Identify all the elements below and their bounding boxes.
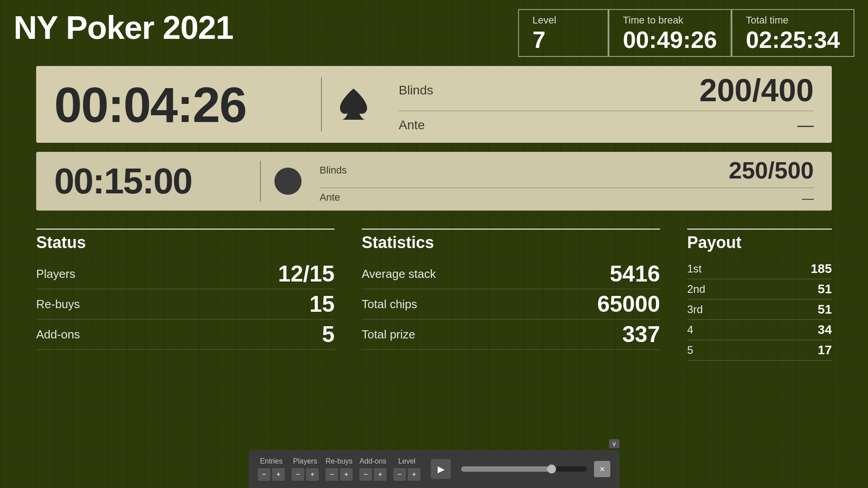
rebuys-buttons: − + xyxy=(326,468,353,481)
payout-row: 1st 185 xyxy=(687,259,832,279)
level-ctrl-label: Level xyxy=(398,457,415,465)
time-to-break-value: 00:49:26 xyxy=(623,28,717,52)
payout-row: 2nd 51 xyxy=(687,279,832,300)
total-time-box: Total time 02:25:34 xyxy=(731,9,854,57)
players-plus-btn[interactable]: + xyxy=(306,468,319,481)
rebuys-label: Re-buys xyxy=(36,297,80,311)
total-prize-value: 337 xyxy=(623,323,660,346)
next-ante-label: Ante xyxy=(320,192,340,206)
bottom-bar: v Entries − + Players − + Re-buys − + Ad… xyxy=(249,450,619,488)
current-timer: 00:04:26 xyxy=(54,76,307,133)
payout-place-value: 17 xyxy=(818,343,832,357)
addons-label: Add-ons xyxy=(36,328,80,342)
blinds-label: Blinds xyxy=(399,83,433,98)
total-chips-value: 65000 xyxy=(597,293,660,315)
next-ante-value: — xyxy=(802,192,814,206)
spade-icon xyxy=(335,86,372,122)
card-divider xyxy=(321,77,322,131)
level-box: Level 7 xyxy=(518,9,609,57)
total-time-value: 02:25:34 xyxy=(746,28,840,52)
play-button[interactable]: ▶ xyxy=(431,459,451,479)
payout-place-label: 4 xyxy=(687,324,693,336)
current-blinds-section: Blinds 200/400 Ante — xyxy=(390,75,814,135)
payout-place-label: 1st xyxy=(687,263,702,275)
level-buttons: − + xyxy=(393,468,420,481)
rebuys-minus-btn[interactable]: − xyxy=(326,468,338,481)
payout-title: Payout xyxy=(687,229,832,252)
next-blinds-value: 250/500 xyxy=(729,157,814,184)
header: NY Poker 2021 Level 7 Time to break 00:4… xyxy=(0,0,868,57)
total-chips-row: Total chips 65000 xyxy=(362,289,660,319)
addons-buttons: − + xyxy=(359,468,387,481)
entries-buttons: − + xyxy=(258,468,285,481)
avg-stack-row: Average stack 5416 xyxy=(362,259,660,289)
payout-place-label: 2nd xyxy=(687,283,705,296)
blinds-value: 200/400 xyxy=(699,75,814,106)
blinds-row: Blinds 200/400 xyxy=(399,75,814,111)
next-timer: 00:15:00 xyxy=(54,160,249,202)
players-value: 12/15 xyxy=(278,263,335,285)
addons-value: 5 xyxy=(322,323,335,346)
ante-label: Ante xyxy=(399,118,425,132)
current-level-card: 00:04:26 Blinds 200/400 Ante — xyxy=(36,66,832,143)
players-control: Players − + xyxy=(292,457,319,481)
avg-stack-value: 5416 xyxy=(610,263,660,285)
time-to-break-box: Time to break 00:49:26 xyxy=(609,9,731,57)
total-time-label: Total time xyxy=(746,14,840,26)
level-plus-btn[interactable]: + xyxy=(408,468,420,481)
total-prize-row: Total prize 337 xyxy=(362,319,660,350)
players-ctrl-label: Players xyxy=(293,457,317,465)
payout-place-label: 5 xyxy=(687,344,693,357)
svg-point-0 xyxy=(274,168,302,195)
close-button[interactable]: × xyxy=(594,461,610,477)
payout-place-value: 185 xyxy=(811,262,832,276)
progress-bar[interactable] xyxy=(461,466,587,472)
status-block: Status Players 12/15 Re-buys 15 Add-ons … xyxy=(36,229,335,361)
statistics-title: Statistics xyxy=(362,229,660,252)
progress-thumb[interactable] xyxy=(547,465,556,474)
next-level-card: 00:15:00 Blinds 250/500 Ante — xyxy=(36,152,832,211)
addons-control: Add-ons − + xyxy=(359,457,387,481)
rebuys-plus-btn[interactable]: + xyxy=(340,468,353,481)
status-title: Status xyxy=(36,229,335,252)
addons-ctrl-label: Add-ons xyxy=(359,457,387,465)
payout-rows: 1st 185 2nd 51 3rd 51 4 34 5 17 xyxy=(687,259,832,361)
entries-minus-btn[interactable]: − xyxy=(258,468,270,481)
level-value: 7 xyxy=(533,28,594,52)
payout-place-value: 51 xyxy=(818,282,832,296)
rebuys-ctrl-label: Re-buys xyxy=(326,457,353,465)
addons-plus-btn[interactable]: + xyxy=(374,468,387,481)
payout-block: Payout 1st 185 2nd 51 3rd 51 4 34 5 17 xyxy=(687,229,832,361)
next-blinds-row: Blinds 250/500 xyxy=(320,157,814,188)
players-row: Players 12/15 xyxy=(36,259,335,289)
players-label: Players xyxy=(36,267,75,281)
ante-row: Ante — xyxy=(399,116,814,135)
total-prize-label: Total prize xyxy=(362,328,415,342)
header-stats: Level 7 Time to break 00:49:26 Total tim… xyxy=(518,9,854,57)
level-minus-btn[interactable]: − xyxy=(393,468,406,481)
v-badge: v xyxy=(609,439,619,448)
time-to-break-label: Time to break xyxy=(623,14,717,26)
statistics-block: Statistics Average stack 5416 Total chip… xyxy=(362,229,660,361)
ante-value: — xyxy=(797,116,814,135)
main-content: 00:04:26 Blinds 200/400 Ante — 00:15:00 … xyxy=(0,57,868,211)
level-control: Level − + xyxy=(393,457,420,481)
addons-minus-btn[interactable]: − xyxy=(359,468,372,481)
rebuys-control: Re-buys − + xyxy=(326,457,353,481)
stats-section: Status Players 12/15 Re-buys 15 Add-ons … xyxy=(0,229,868,361)
entries-plus-btn[interactable]: + xyxy=(272,468,285,481)
next-card-divider xyxy=(260,161,261,202)
app-title: NY Poker 2021 xyxy=(14,9,233,46)
payout-row: 3rd 51 xyxy=(687,300,832,320)
entries-control: Entries − + xyxy=(258,457,285,481)
circle-icon xyxy=(272,165,304,197)
payout-row: 5 17 xyxy=(687,340,832,361)
rebuys-value: 15 xyxy=(309,293,335,315)
level-label: Level xyxy=(533,14,594,26)
payout-place-value: 34 xyxy=(818,323,832,337)
addons-row: Add-ons 5 xyxy=(36,319,335,350)
entries-label: Entries xyxy=(260,457,283,465)
players-minus-btn[interactable]: − xyxy=(292,468,304,481)
total-chips-label: Total chips xyxy=(362,297,417,311)
next-ante-row: Ante — xyxy=(320,192,814,206)
